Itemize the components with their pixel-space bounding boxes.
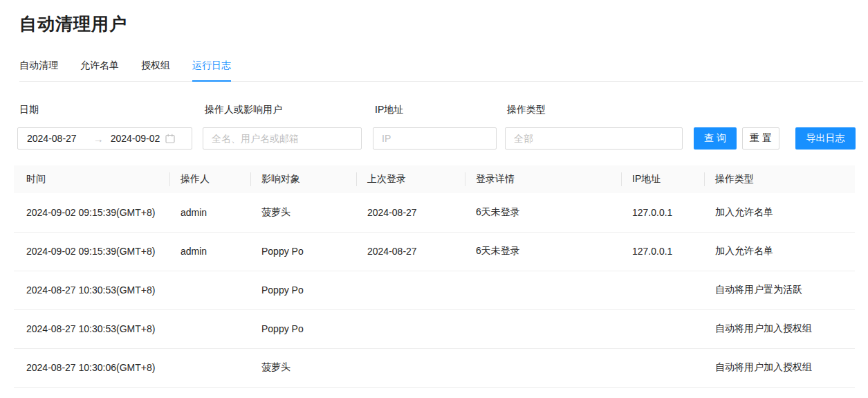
date-end-value[interactable]: 2024-09-02 bbox=[111, 133, 160, 144]
date-start-value[interactable]: 2024-08-27 bbox=[27, 133, 77, 144]
table-cell bbox=[621, 348, 704, 387]
tab-bar: 自动清理 允许名单 授权组 运行日志 bbox=[19, 59, 863, 82]
ip-filter-group: IP地址 bbox=[373, 102, 497, 150]
table-cell bbox=[169, 309, 250, 348]
date-filter-label: 日期 bbox=[19, 102, 192, 116]
date-filter-group: 日期 2024-08-27 → 2024-09-02 bbox=[17, 102, 192, 150]
table-cell: 127.0.0.1 bbox=[621, 193, 704, 232]
table-cell: 2024-08-27 bbox=[356, 232, 465, 271]
table-cell bbox=[465, 271, 621, 309]
column-header: 上次登录 bbox=[356, 165, 465, 193]
ip-filter-input[interactable] bbox=[373, 127, 497, 150]
table-cell bbox=[465, 309, 621, 348]
table-cell: 2024-08-27 10:30:53(GMT+8) bbox=[14, 271, 169, 309]
table-cell bbox=[621, 271, 704, 309]
table-cell: 2024-09-02 09:15:39(GMT+8) bbox=[14, 193, 169, 232]
type-filter-group: 操作类型 bbox=[505, 102, 683, 150]
table-cell bbox=[169, 348, 250, 387]
user-filter-label: 操作人或影响用户 bbox=[205, 102, 362, 116]
tab-allowlist[interactable]: 允许名单 bbox=[80, 59, 119, 81]
table-cell bbox=[621, 309, 704, 348]
query-button[interactable]: 查 询 bbox=[694, 127, 737, 150]
filter-bar: 日期 2024-08-27 → 2024-09-02 操作人或影响用户 IP地址 bbox=[14, 102, 858, 150]
user-filter-group: 操作人或影响用户 bbox=[203, 102, 362, 150]
table-cell: Poppy Po bbox=[250, 271, 356, 309]
table-cell: 自动将用户加入授权组 bbox=[704, 348, 855, 387]
calendar-icon bbox=[165, 134, 175, 143]
table-cell: 2024-09-02 09:15:39(GMT+8) bbox=[14, 232, 169, 271]
export-log-button[interactable]: 导出日志 bbox=[795, 127, 856, 150]
table-cell bbox=[465, 348, 621, 387]
table-row: 2024-08-27 10:30:53(GMT+8)Poppy Po自动将用户置… bbox=[14, 271, 855, 309]
table-cell: 菠萝头 bbox=[250, 348, 356, 387]
filter-buttons: 查 询 重 置 导出日志 bbox=[694, 127, 856, 150]
table-cell: 2024-08-27 10:30:06(GMT+8) bbox=[14, 348, 169, 387]
table-cell bbox=[356, 348, 465, 387]
table-row: 2024-08-27 10:30:06(GMT+8)菠萝头自动将用户加入授权组 bbox=[14, 348, 855, 387]
date-range-picker[interactable]: 2024-08-27 → 2024-09-02 bbox=[17, 127, 192, 150]
column-header: 登录详情 bbox=[465, 165, 621, 193]
ip-filter-label: IP地址 bbox=[375, 102, 497, 116]
table-cell bbox=[169, 271, 250, 309]
swap-right-icon: → bbox=[93, 134, 104, 144]
column-header: 操作人 bbox=[169, 165, 250, 193]
table-cell bbox=[356, 309, 465, 348]
table-row: 2024-09-02 09:15:39(GMT+8)adminPoppy Po2… bbox=[14, 232, 855, 271]
table-cell: 127.0.0.1 bbox=[621, 232, 704, 271]
table-row: 2024-09-02 09:15:39(GMT+8)admin菠萝头2024-0… bbox=[14, 193, 855, 232]
table-cell: Poppy Po bbox=[250, 309, 356, 348]
table-cell: 2024-08-27 10:30:53(GMT+8) bbox=[14, 309, 169, 348]
table-cell: admin bbox=[169, 232, 250, 271]
table-cell: 菠萝头 bbox=[250, 193, 356, 232]
page: 自动清理用户 自动清理 允许名单 授权组 运行日志 日期 2024-08-27 … bbox=[0, 0, 868, 388]
table-cell: admin bbox=[169, 193, 250, 232]
run-log-table: 时间操作人影响对象上次登录登录详情IP地址操作类型 2024-09-02 09:… bbox=[14, 165, 855, 388]
column-header: 操作类型 bbox=[704, 165, 855, 193]
table-cell: 6天未登录 bbox=[465, 232, 621, 271]
table-cell: 2024-08-27 bbox=[356, 193, 465, 232]
tab-auto-clean[interactable]: 自动清理 bbox=[19, 59, 58, 81]
tab-auth-group[interactable]: 授权组 bbox=[141, 59, 170, 81]
reset-button[interactable]: 重 置 bbox=[742, 127, 779, 150]
type-filter-label: 操作类型 bbox=[507, 102, 683, 116]
table-cell: 加入允许名单 bbox=[704, 193, 855, 232]
table-cell: 6天未登录 bbox=[465, 193, 621, 232]
user-filter-input[interactable] bbox=[203, 127, 362, 150]
table-cell: 自动将用户加入授权组 bbox=[704, 309, 855, 348]
table-row: 2024-08-27 10:30:53(GMT+8)Poppy Po自动将用户加… bbox=[14, 309, 855, 348]
table-header-row: 时间操作人影响对象上次登录登录详情IP地址操作类型 bbox=[14, 165, 855, 193]
table-cell: 加入允许名单 bbox=[704, 232, 855, 271]
column-header: 时间 bbox=[14, 165, 169, 193]
table-cell bbox=[356, 271, 465, 309]
column-header: 影响对象 bbox=[250, 165, 356, 193]
page-title: 自动清理用户 bbox=[19, 12, 858, 35]
table-cell: 自动将用户置为活跃 bbox=[704, 271, 855, 309]
column-header: IP地址 bbox=[621, 165, 704, 193]
table-body: 2024-09-02 09:15:39(GMT+8)admin菠萝头2024-0… bbox=[14, 193, 855, 387]
table-cell: Poppy Po bbox=[250, 232, 356, 271]
tab-run-log[interactable]: 运行日志 bbox=[192, 59, 231, 82]
type-filter-input[interactable] bbox=[505, 127, 683, 150]
